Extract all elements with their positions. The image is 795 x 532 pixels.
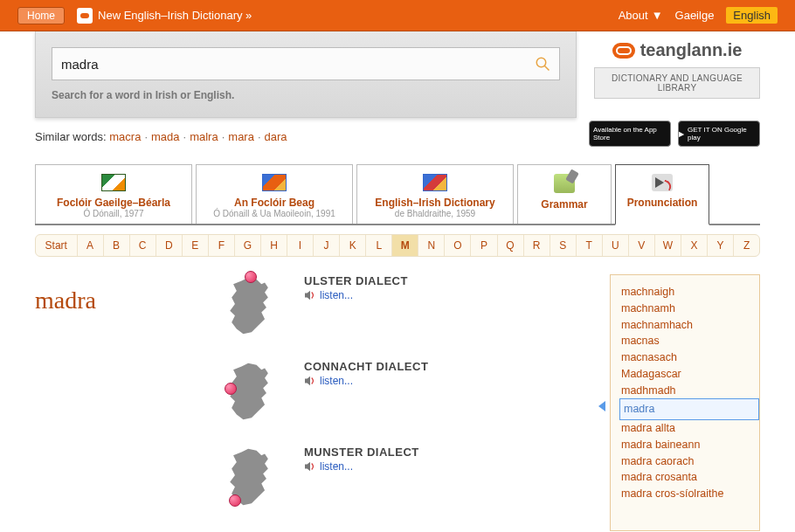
tab-english-irish[interactable]: English–Irish Dictionary de Bhaldraithe,… bbox=[356, 164, 514, 224]
alpha-letter[interactable]: K bbox=[340, 235, 366, 256]
alpha-letter[interactable]: N bbox=[418, 235, 445, 256]
wordlist-item[interactable]: machnaigh bbox=[618, 284, 759, 301]
listen-link[interactable]: listen... bbox=[304, 289, 408, 301]
dialect-title: CONNACHT DIALECT bbox=[304, 360, 428, 373]
playstore-badge[interactable]: ▶ GET IT ON Google play bbox=[678, 121, 760, 147]
search-hint: Search for a word in Irish or English. bbox=[52, 89, 560, 101]
similar-word-link[interactable]: macra bbox=[109, 130, 141, 143]
tab-title: An Foclóir Beag bbox=[207, 197, 342, 209]
flag-icon bbox=[101, 174, 126, 191]
alpha-letter[interactable]: D bbox=[156, 235, 183, 256]
svg-point-0 bbox=[536, 58, 546, 67]
listen-link[interactable]: listen... bbox=[304, 375, 428, 387]
alpha-letter[interactable]: A bbox=[78, 235, 104, 256]
dialect-block: MUNSTER DIALECTlisten... bbox=[222, 446, 589, 508]
speaker-icon bbox=[304, 290, 316, 301]
brand-column: teanglann.ie DICTIONARY AND LANGUAGE LIB… bbox=[594, 31, 760, 99]
alpha-letter[interactable]: F bbox=[209, 235, 235, 256]
alpha-letter[interactable]: Q bbox=[498, 235, 524, 256]
wordlist-item[interactable]: macnas bbox=[618, 333, 759, 349]
lang-english[interactable]: English bbox=[726, 7, 778, 24]
alpha-index: StartABCDEFGHIJKLMNOPQRSTUVWXYZ bbox=[35, 234, 760, 257]
wordlist-item[interactable]: madra baineann bbox=[618, 437, 759, 453]
alpha-letter[interactable]: B bbox=[104, 235, 130, 256]
similar-word-link[interactable]: malra bbox=[190, 130, 218, 143]
alpha-letter[interactable]: I bbox=[287, 235, 314, 256]
word-list: machnaighmachnamhmachnamhachmacnasmacnas… bbox=[610, 274, 760, 531]
site-logo[interactable]: teanglann.ie bbox=[594, 40, 760, 60]
new-dictionary-label: New English–Irish Dictionary » bbox=[98, 9, 252, 22]
search-icon[interactable] bbox=[535, 56, 550, 72]
alpha-letter[interactable]: X bbox=[681, 235, 708, 256]
tab-subtitle: Ó Dónaill, 1977 bbox=[46, 209, 181, 218]
selection-arrow-icon bbox=[598, 401, 605, 411]
similar-word-link[interactable]: mada bbox=[151, 130, 180, 143]
tab-subtitle: Ó Dónaill & Ua Maoileoin, 1991 bbox=[207, 209, 342, 218]
alpha-letter[interactable]: T bbox=[577, 235, 603, 256]
link-icon bbox=[77, 8, 93, 24]
alpha-letter[interactable]: Z bbox=[734, 235, 759, 256]
dialects-column: ULSTER DIALECTlisten...CONNACHT DIALECTl… bbox=[222, 274, 589, 531]
listen-link[interactable]: listen... bbox=[304, 460, 419, 473]
alpha-letter[interactable]: P bbox=[471, 235, 497, 256]
tab-title: Grammar bbox=[529, 198, 600, 211]
alpha-letter[interactable]: Y bbox=[708, 235, 734, 256]
alpha-letter[interactable]: L bbox=[366, 235, 392, 256]
alpha-letter[interactable]: W bbox=[655, 235, 681, 256]
wordlist-item[interactable]: madra bbox=[619, 398, 759, 420]
wordlist-item[interactable]: madra caorach bbox=[618, 453, 759, 470]
site-name: teanglann.ie bbox=[640, 40, 743, 60]
wordlist-item[interactable]: machnamhach bbox=[618, 317, 759, 334]
tab-focloir-beag[interactable]: An Foclóir Beag Ó Dónaill & Ua Maoileoin… bbox=[196, 164, 353, 224]
new-dictionary-link[interactable]: New English–Irish Dictionary » bbox=[77, 8, 252, 24]
ireland-map-icon bbox=[222, 446, 278, 508]
tab-grammar[interactable]: Grammar bbox=[517, 164, 612, 224]
tab-focloir-gaeilge-bearla[interactable]: Foclóir Gaeilge–Béarla Ó Dónaill, 1977 bbox=[35, 164, 192, 224]
similar-word-link[interactable]: mara bbox=[228, 130, 254, 143]
wordlist-item[interactable]: machnamh bbox=[618, 301, 759, 317]
home-button[interactable]: Home bbox=[17, 7, 65, 24]
playstore-label: GET IT ON Google play bbox=[688, 126, 759, 142]
similar-word-link[interactable]: dara bbox=[265, 130, 287, 143]
tab-pronunciation[interactable]: Pronunciation bbox=[615, 164, 709, 225]
search-panel: Search for a word in Irish or English. bbox=[35, 31, 577, 118]
map-pin-icon bbox=[245, 271, 257, 283]
flag-icon bbox=[262, 174, 287, 191]
appstore-badge[interactable]: Available on the App Store bbox=[589, 121, 671, 147]
alpha-letter[interactable]: J bbox=[314, 235, 340, 256]
speaker-icon bbox=[652, 174, 673, 191]
alpha-letter[interactable]: U bbox=[603, 235, 629, 256]
alpha-letter[interactable]: O bbox=[445, 235, 471, 256]
topbar: Home New English–Irish Dictionary » Abou… bbox=[0, 0, 795, 31]
wordlist-item[interactable]: madhmadh bbox=[618, 383, 759, 399]
alpha-letter[interactable]: S bbox=[550, 235, 577, 256]
ireland-map-icon bbox=[222, 360, 278, 423]
wordlist-item[interactable]: Madagascar bbox=[618, 366, 759, 383]
wordlist-item[interactable]: madra cros-síolraithe bbox=[618, 486, 759, 502]
tab-subtitle: de Bhaldraithe, 1959 bbox=[368, 209, 502, 218]
dictionary-tabs: Foclóir Gaeilge–Béarla Ó Dónaill, 1977 A… bbox=[35, 164, 760, 225]
dialect-block: CONNACHT DIALECTlisten... bbox=[222, 360, 589, 423]
alpha-letter[interactable]: E bbox=[183, 235, 209, 256]
alpha-letter[interactable]: H bbox=[261, 235, 287, 256]
wordlist-item[interactable]: madra crosanta bbox=[618, 469, 759, 486]
ireland-map-icon bbox=[222, 274, 278, 337]
alpha-letter[interactable]: R bbox=[524, 235, 550, 256]
alpha-letter[interactable]: C bbox=[130, 235, 156, 256]
lang-gaeilge[interactable]: Gaeilge bbox=[675, 9, 715, 22]
search-input[interactable] bbox=[61, 57, 535, 72]
alpha-letter[interactable]: G bbox=[235, 235, 261, 256]
dialect-title: MUNSTER DIALECT bbox=[304, 446, 419, 459]
wordlist-item[interactable]: macnasach bbox=[618, 349, 759, 366]
speaker-icon bbox=[304, 461, 316, 472]
about-menu[interactable]: About ▼ bbox=[619, 9, 663, 22]
dialect-title: ULSTER DIALECT bbox=[304, 274, 408, 287]
speaker-icon bbox=[304, 376, 316, 386]
alpha-letter[interactable]: V bbox=[629, 235, 655, 256]
alpha-start[interactable]: Start bbox=[36, 235, 78, 256]
alpha-letter[interactable]: M bbox=[392, 235, 418, 256]
logo-icon bbox=[612, 43, 635, 59]
app-store-badges: Available on the App Store ▶ GET IT ON G… bbox=[589, 121, 760, 147]
similar-label: Similar words: bbox=[35, 130, 107, 143]
wordlist-item[interactable]: madra allta bbox=[618, 420, 759, 437]
